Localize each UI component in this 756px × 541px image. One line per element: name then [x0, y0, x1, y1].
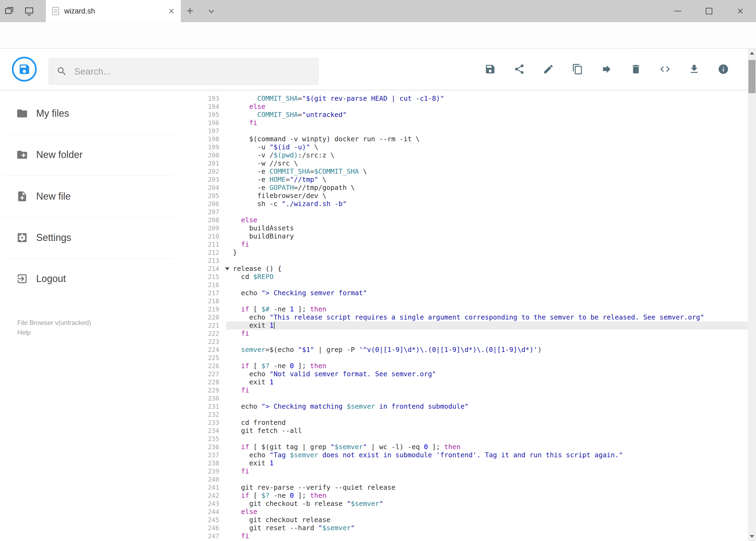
share-file-button[interactable]: [514, 64, 525, 75]
code-line[interactable]: 206 sh -c "./wizard.sh -b": [202, 200, 748, 208]
tabs-preview-icon[interactable]: [24, 6, 34, 16]
search-input[interactable]: [74, 66, 311, 77]
code-line[interactable]: 227 echo "Not valid semver format. See s…: [202, 370, 748, 378]
sidebar-item-new-folder[interactable]: New folder: [0, 144, 202, 166]
window-maximize-button[interactable]: [693, 0, 725, 22]
code-line[interactable]: 245 git checkout release: [202, 516, 748, 524]
code-line[interactable]: 214release () {: [202, 265, 748, 273]
filebrowser-logo-icon[interactable]: [12, 56, 37, 82]
code-line[interactable]: 198 $(command -v winpty) docker run --rm…: [202, 135, 748, 143]
help-link[interactable]: Help: [17, 327, 91, 337]
code-line[interactable]: 220 echo "This release script requires a…: [202, 313, 748, 321]
page-scrollbar[interactable]: [748, 49, 756, 541]
code-editor[interactable]: 193 COMMIT_SHA="$(git rev-parse HEAD | c…: [202, 90, 748, 541]
delete-button[interactable]: [630, 64, 641, 75]
scroll-down-button[interactable]: [748, 532, 756, 541]
sidebar-divider: [3, 259, 173, 259]
save-button[interactable]: [484, 64, 496, 75]
sidebar-item-logout[interactable]: Logout: [0, 268, 202, 289]
scroll-up-button[interactable]: [748, 49, 756, 58]
code-line[interactable]: 242 if [ $? -ne 0 ]; then: [202, 492, 748, 500]
code-line[interactable]: 229 fi: [202, 386, 748, 394]
sidebar-item-settings[interactable]: Settings: [0, 227, 202, 249]
download-button[interactable]: [688, 64, 700, 75]
code-line[interactable]: 200 -v /$(pwd):/src:z \: [202, 151, 748, 159]
code-line[interactable]: 212}: [202, 249, 748, 257]
code-line[interactable]: 202 -e COMMIT_SHA=$COMMIT_SHA \: [202, 168, 748, 176]
code-line[interactable]: 211 fi: [202, 241, 748, 249]
line-number: 231: [202, 402, 226, 410]
code-line[interactable]: 246 git reset --hard "$semver": [202, 524, 748, 532]
move-button[interactable]: [601, 64, 613, 75]
line-number: 196: [202, 119, 226, 127]
rename-button[interactable]: [543, 64, 554, 75]
code-line[interactable]: 213: [202, 257, 748, 265]
fold-widget-icon[interactable]: [225, 268, 229, 270]
info-button[interactable]: [718, 64, 729, 75]
code-line[interactable]: 204 -e GOPATH=//tmp/gopath \: [202, 184, 748, 192]
code-line[interactable]: 247 fi: [202, 532, 748, 540]
code-line[interactable]: 232: [202, 410, 748, 419]
line-number: 212: [202, 249, 226, 257]
browser-nav-bar: filebrowser.web/files/wizard.sh: [0, 22, 756, 49]
line-number: 221: [202, 321, 226, 329]
code-line[interactable]: 240: [202, 475, 748, 483]
browser-tab-wizard-sh[interactable]: wizard.sh: [46, 0, 181, 22]
code-line[interactable]: 233 cd frontend: [202, 419, 748, 427]
scroll-up-icon: [750, 52, 754, 55]
code-line[interactable]: 221 exit 1: [202, 321, 748, 329]
code-line[interactable]: 224 semver=$(echo "$1" | grep -P '^v(0|[…: [202, 346, 748, 354]
code-line[interactable]: 230: [202, 394, 748, 402]
set-tabs-aside-icon[interactable]: [4, 6, 14, 16]
code-line[interactable]: 228 exit 1: [202, 378, 748, 386]
code-line[interactable]: 207: [202, 208, 748, 216]
code-line[interactable]: 205 filebrowser/dev \: [202, 192, 748, 200]
code-line[interactable]: 238 exit 1: [202, 459, 748, 467]
code-line[interactable]: 226 if [ $? -ne 0 ]; then: [202, 362, 748, 370]
code-line[interactable]: 196 fi: [202, 119, 748, 127]
code-line[interactable]: 215 cd $REPO: [202, 273, 748, 281]
code-line[interactable]: 241 git rev-parse --verify --quiet relea…: [202, 483, 748, 492]
code-line[interactable]: 225: [202, 354, 748, 362]
raw-code-button[interactable]: [659, 64, 671, 75]
code-line[interactable]: 243 git checkout -b release "$semver": [202, 500, 748, 508]
code-line[interactable]: 203 -e HOME="//tmp" \: [202, 176, 748, 184]
window-minimize-button[interactable]: [662, 0, 693, 22]
code-line[interactable]: 208 else: [202, 216, 748, 224]
code-line[interactable]: 195 COMMIT_SHA="untracked": [202, 111, 748, 119]
code-line[interactable]: 239 fi: [202, 467, 748, 475]
copy-button[interactable]: [572, 64, 583, 75]
code-line[interactable]: 210 buildBinary: [202, 232, 748, 241]
line-number: 220: [202, 313, 226, 321]
code-line[interactable]: 216: [202, 281, 748, 289]
tab-close-icon[interactable]: [168, 8, 175, 15]
code-line[interactable]: 231 echo "> Checking matching $semver in…: [202, 402, 748, 410]
code-line[interactable]: 237 echo "Tag $semver does not exist in …: [202, 451, 748, 459]
code-area[interactable]: 193 COMMIT_SHA="$(git rev-parse HEAD | c…: [202, 90, 748, 540]
sidebar-item-new-file[interactable]: New file: [0, 186, 202, 207]
sidebar-item-my-files[interactable]: My files: [0, 103, 202, 124]
code-line[interactable]: 193 COMMIT_SHA="$(git rev-parse HEAD | c…: [202, 95, 748, 103]
code-line[interactable]: 197: [202, 127, 748, 135]
code-line[interactable]: 217 echo "> Checking semver format": [202, 289, 748, 297]
code-line[interactable]: 201 -w //src \: [202, 159, 748, 168]
code-line[interactable]: 194 else: [202, 103, 748, 111]
code-line[interactable]: 234 git fetch --all: [202, 427, 748, 435]
tab-list-chevron-icon[interactable]: [207, 8, 215, 16]
code-line[interactable]: 235: [202, 435, 748, 443]
code-line[interactable]: 244 else: [202, 508, 748, 516]
new-tab-button[interactable]: [186, 6, 194, 16]
line-number: 240: [202, 475, 226, 483]
tab-title: wizard.sh: [64, 7, 168, 15]
code-line[interactable]: 236 if [ $(git tag | grep "$semver" | wc…: [202, 443, 748, 451]
code-line[interactable]: 223: [202, 337, 748, 346]
code-line[interactable]: 219 if [ $# -ne 1 ]; then: [202, 305, 748, 313]
window-close-button[interactable]: [725, 0, 756, 22]
scrollbar-thumb[interactable]: [748, 60, 755, 93]
code-line[interactable]: 222 fi: [202, 329, 748, 337]
code-line[interactable]: 209 buildAssets: [202, 224, 748, 232]
code-line[interactable]: 199 -u "$(id -u)" \: [202, 143, 748, 151]
search-box[interactable]: [49, 58, 319, 85]
line-number: 217: [202, 289, 226, 297]
code-line[interactable]: 218: [202, 297, 748, 305]
